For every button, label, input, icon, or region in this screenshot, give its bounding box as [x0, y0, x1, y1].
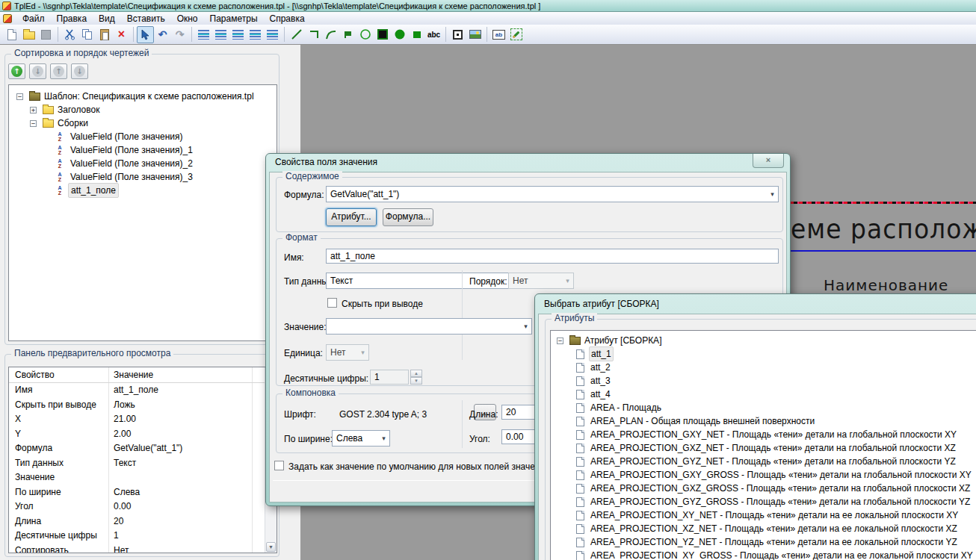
open-icon[interactable]: [20, 26, 37, 43]
length-input[interactable]: 20: [501, 405, 536, 420]
tree-row-header[interactable]: + Заголовок: [30, 103, 99, 116]
attr-tree-root[interactable]: − Атрибут [СБОРКА]: [557, 334, 661, 347]
set-default-checkbox[interactable]: [274, 461, 284, 470]
table-row[interactable]: X21.00: [9, 412, 277, 427]
attribute-row[interactable]: att_4: [573, 388, 612, 401]
align-lines-5-icon[interactable]: [264, 26, 281, 43]
tree-row-template-root[interactable]: − Шаблон: Спецификация к схеме расположе…: [16, 90, 254, 103]
dot-in-box-icon[interactable]: [449, 26, 466, 43]
hide-on-output-checkbox[interactable]: [327, 298, 337, 308]
table-row[interactable]: ФормулаGetValue("att_1"): [9, 441, 277, 456]
attribute-row[interactable]: AREA_PLAN - Общая площадь внешней поверх…: [573, 414, 816, 428]
table-row[interactable]: Скрыть при выводеЛожь: [9, 398, 277, 413]
table-row[interactable]: Длина20: [9, 514, 277, 529]
undo-icon[interactable]: ↶: [154, 26, 171, 43]
text-field-icon[interactable]: ab: [490, 26, 507, 43]
draw-line-icon[interactable]: [288, 26, 305, 43]
collapse-icon[interactable]: −: [16, 93, 23, 100]
attribute-row[interactable]: AREA_PROJECTION_XY_GROSS - Площадь «тени…: [573, 549, 975, 560]
col-value[interactable]: Значение: [114, 367, 153, 383]
align-lines-3-icon[interactable]: [229, 26, 247, 43]
attribute-button[interactable]: Атрибут...: [326, 208, 377, 226]
draw-arc-icon[interactable]: [322, 26, 339, 43]
insert-image-icon[interactable]: [466, 26, 484, 43]
formula-button[interactable]: Формула...: [383, 208, 433, 226]
table-row[interactable]: Значение: [9, 470, 277, 485]
draw-circle-filled-icon[interactable]: [391, 26, 408, 43]
tree-row-att1-field[interactable]: att_1_поле: [55, 184, 119, 197]
menu-item[interactable]: Вставить: [121, 13, 171, 25]
close-icon[interactable]: ×: [753, 154, 784, 168]
align-lines-4-icon[interactable]: [247, 26, 264, 43]
menu-item[interactable]: Файл: [16, 13, 51, 25]
tree-row-assemblies[interactable]: − Сборки: [30, 116, 88, 130]
draw-circle-outline-icon[interactable]: [356, 26, 374, 43]
formula-combobox[interactable]: GetValue("att_1") ▾: [326, 186, 779, 202]
table-row[interactable]: Десятичные цифры1: [9, 529, 277, 544]
draw-rect-flag-icon[interactable]: [339, 26, 356, 43]
menu-item[interactable]: Окно: [171, 13, 204, 25]
cut-icon[interactable]: [61, 26, 78, 43]
attribute-row[interactable]: AREA - Площадь: [573, 401, 663, 414]
move-to-top-button[interactable]: ↑: [50, 63, 67, 79]
attribute-row[interactable]: att_1: [573, 347, 614, 361]
justify-combobox[interactable]: Слева ▾: [332, 430, 390, 447]
attribute-row[interactable]: AREA_PROJECTION_GYZ_GROSS - Площадь «тен…: [573, 495, 972, 508]
move-down-button[interactable]: ↓: [29, 63, 46, 79]
col-property[interactable]: Свойство: [15, 367, 55, 383]
scroll-down-icon[interactable]: ▼: [266, 542, 276, 552]
new-icon[interactable]: [3, 26, 20, 43]
draw-rect-dark-icon[interactable]: [374, 26, 391, 43]
table-row[interactable]: СортироватьНет: [9, 544, 277, 554]
expand-icon[interactable]: +: [30, 107, 37, 113]
value-combobox[interactable]: ▾: [326, 318, 532, 335]
chevron-down-icon[interactable]: ▾: [767, 190, 778, 198]
attribute-row[interactable]: AREA_PROJECTION_GYZ_NET - Площадь «тени»…: [573, 455, 957, 468]
attribute-row[interactable]: AREA_PROJECTION_XY_NET - Площадь «тени» …: [573, 508, 960, 522]
copy-icon[interactable]: [78, 26, 96, 43]
edit-area-icon[interactable]: [507, 26, 525, 43]
draw-rect-filled-icon[interactable]: [408, 26, 425, 43]
chevron-down-icon[interactable]: ▾: [378, 435, 389, 442]
move-up-button[interactable]: ↑: [8, 63, 25, 79]
mdi-document-icon[interactable]: [3, 14, 12, 23]
name-input[interactable]: att_1_поле: [326, 249, 779, 264]
attribute-row[interactable]: AREA_PROJECTION_GXY_GROSS - Площадь «тен…: [573, 468, 973, 482]
canvas-heading-text[interactable]: еме расположения: [791, 214, 976, 244]
attribute-row[interactable]: AREA_PROJECTION_GXZ_NET - Площадь «тени»…: [573, 441, 957, 455]
tree-row-valuefield[interactable]: ValueField (Поле значения)_2: [55, 157, 193, 170]
table-row[interactable]: Тип данныхТекст: [9, 456, 277, 471]
align-lines-2-icon[interactable]: [212, 26, 229, 43]
save-icon[interactable]: [37, 26, 55, 43]
tree-row-valuefield[interactable]: ValueField (Поле значения)_1: [55, 143, 193, 157]
arrow-up-icon: ↑: [11, 66, 22, 77]
paste-icon[interactable]: [96, 26, 113, 43]
chevron-down-icon[interactable]: ▾: [520, 323, 531, 330]
collapse-icon[interactable]: −: [557, 337, 563, 344]
tree-row-valuefield[interactable]: ValueField (Поле значения)_3: [55, 170, 193, 184]
table-row[interactable]: Угол0.00: [9, 500, 277, 514]
collapse-icon[interactable]: −: [30, 120, 37, 127]
redo-icon[interactable]: ↷: [171, 26, 188, 43]
align-lines-1-icon[interactable]: [195, 26, 212, 43]
table-row[interactable]: Y2.00: [9, 427, 277, 442]
text-abc-icon[interactable]: abc: [425, 26, 442, 43]
table-row[interactable]: Имяatt_1_поле: [9, 383, 277, 398]
menu-item[interactable]: Параметры: [204, 13, 264, 25]
attribute-row[interactable]: AREA_PROJECTION_GXY_NET - Площадь «тени»…: [573, 428, 958, 441]
table-row[interactable]: По ширинеСлева: [9, 485, 277, 500]
attribute-row[interactable]: att_3: [573, 374, 612, 388]
menu-item[interactable]: Справка: [264, 13, 311, 25]
menu-item[interactable]: Вид: [93, 13, 121, 25]
move-to-bottom-button[interactable]: ↓: [71, 63, 88, 79]
menu-item[interactable]: Правка: [51, 13, 93, 25]
select-tool-icon[interactable]: [137, 26, 154, 43]
attribute-row[interactable]: AREA_PROJECTION_XZ_NET - Площадь «тени» …: [573, 522, 959, 535]
tree-row-valuefield[interactable]: ValueField (Поле значения): [55, 130, 182, 143]
delete-icon[interactable]: ×: [113, 26, 130, 43]
draw-polyline-icon[interactable]: [305, 26, 322, 43]
canvas-column-header-text[interactable]: Наименование: [824, 276, 948, 294]
attribute-row[interactable]: AREA_PROJECTION_GXZ_GROSS - Площадь «тен…: [573, 482, 972, 495]
attribute-row[interactable]: att_2: [573, 361, 612, 374]
attribute-row[interactable]: AREA_PROJECTION_YZ_NET - Площадь «тени» …: [573, 535, 959, 549]
